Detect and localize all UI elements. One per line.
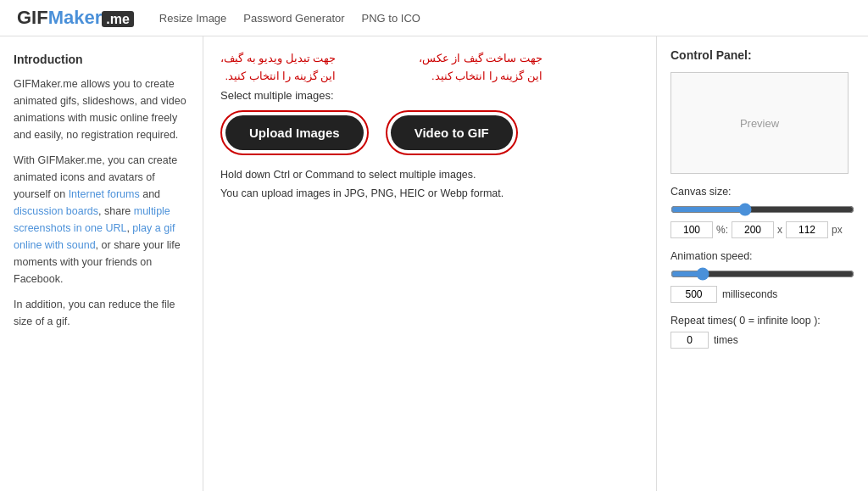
control-panel-title: Control Panel: [670,48,854,62]
instruction-text: Hold down Ctrl or Command to select mult… [220,169,639,181]
nav-bar: Resize Image Password Generator PNG to I… [159,12,420,25]
canvas-size-section: Canvas size: %: x px [670,186,854,238]
repeat-value-input[interactable] [670,332,709,349]
rtl-image-line1: جهت ساخت گیف از عکس، [419,50,542,68]
nav-password-generator[interactable]: Password Generator [243,12,344,25]
repeat-times-label: Repeat times( 0 = infinite loop ): [670,315,854,327]
rtl-video-line2: این گزینه را انتخاب کنید. [220,68,336,86]
speed-unit-label: milliseconds [722,288,777,300]
main-layout: Introduction GIFMaker.me allows you to c… [0,36,868,491]
canvas-percent-input[interactable] [670,221,713,238]
canvas-height-input[interactable] [786,221,828,238]
repeat-times-section: Repeat times( 0 = infinite loop ): times [670,315,854,349]
canvas-px-label: px [832,224,843,236]
speed-input-row: milliseconds [670,286,854,303]
sidebar-link-forums[interactable]: Internet forums [69,188,140,200]
animation-speed-section: Animation speed: milliseconds [670,250,854,303]
select-multiple-label: Select multiple images: [220,89,639,102]
logo-maker: Maker [48,7,103,28]
site-logo[interactable]: GIFMaker.me [17,7,134,29]
logo-me: .me [102,11,134,27]
format-text: You can upload images in JPG, PNG, HEIC … [220,187,639,199]
nav-resize-image[interactable]: Resize Image [159,12,226,25]
sidebar-para-3: In addition, you can reduce the file siz… [14,296,189,330]
repeat-unit-label: times [714,334,738,346]
canvas-x-symbol: x [777,224,782,236]
nav-png-to-ico[interactable]: PNG to ICO [362,12,420,25]
canvas-size-label: Canvas size: [670,186,854,198]
header: GIFMaker.me Resize Image Password Genera… [0,0,868,36]
animation-speed-label: Animation speed: [670,250,854,262]
upload-images-oval: Upload Images [220,110,369,155]
sidebar-title: Introduction [14,50,189,69]
preview-label: Preview [740,117,779,130]
content-area: جهت تبدیل ویدیو به گیف، این گزینه را انت… [203,36,656,491]
upload-images-button[interactable]: Upload Images [225,115,364,150]
video-to-gif-oval: Video to GIF [386,110,518,155]
preview-box: Preview [670,72,849,174]
buttons-row: Upload Images Video to GIF [220,110,639,155]
canvas-size-slider[interactable] [670,203,854,216]
rtl-video-text: جهت تبدیل ویدیو به گیف، این گزینه را انت… [220,50,336,86]
sidebar: Introduction GIFMaker.me allows you to c… [0,36,203,491]
repeat-input-row: times [670,332,854,349]
logo-gif: GIF [17,7,48,28]
rtl-text-row: جهت تبدیل ویدیو به گیف، این گزینه را انت… [220,50,542,89]
canvas-size-inputs: %: x px [670,221,854,238]
sidebar-para-1: GIFMaker.me allows you to create animate… [14,75,189,143]
canvas-percent-symbol: %: [716,224,728,236]
rtl-video-line1: جهت تبدیل ویدیو به گیف، [220,50,336,68]
rtl-image-text: جهت ساخت گیف از عکس، این گزینه را انتخاب… [419,50,542,86]
canvas-width-input[interactable] [732,221,774,238]
rtl-image-line2: این گزینه را انتخاب کنید. [419,68,542,86]
animation-speed-slider[interactable] [670,267,854,281]
control-panel: Control Panel: Preview Canvas size: %: x… [656,36,868,491]
speed-value-input[interactable] [670,286,717,303]
video-to-gif-button[interactable]: Video to GIF [391,115,513,150]
sidebar-link-boards[interactable]: discussion boards [14,205,98,217]
sidebar-para-2: With GIFMaker.me, you can create animate… [14,152,189,288]
